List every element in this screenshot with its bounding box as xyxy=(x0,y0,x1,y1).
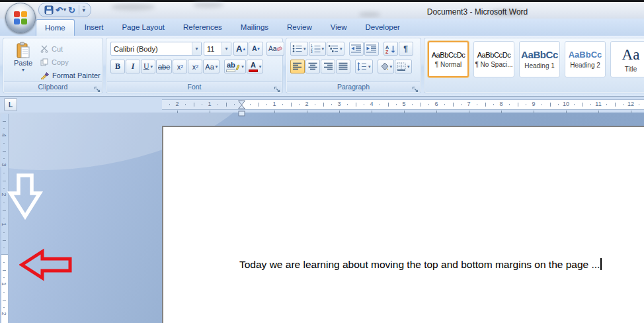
font-size-value: 11 xyxy=(204,45,221,53)
underline-button[interactable]: U▾ xyxy=(141,60,155,73)
ruler-tick xyxy=(396,104,397,105)
clear-formatting-button[interactable]: Aa xyxy=(266,42,284,56)
ruler-tick xyxy=(250,104,251,105)
style-heading-2[interactable]: AaBbCcHeading 2 xyxy=(565,41,606,77)
highlight-button[interactable]: ab ▾ xyxy=(224,60,246,73)
align-center-icon xyxy=(308,62,317,71)
justify-icon xyxy=(339,62,348,71)
align-right-button[interactable] xyxy=(321,60,335,73)
sort-button[interactable]: AZ xyxy=(383,42,398,56)
style-preview: AaBbCc xyxy=(569,50,602,60)
ruler-tick xyxy=(444,104,445,105)
align-left-button[interactable] xyxy=(290,60,305,73)
ruler-tick xyxy=(177,111,178,113)
decrease-indent-button[interactable] xyxy=(349,42,364,56)
ruler-tick xyxy=(461,104,462,105)
italic-button[interactable]: I xyxy=(126,60,140,73)
tab-references[interactable]: References xyxy=(175,19,231,36)
ruler-tick xyxy=(3,262,5,263)
bullets-button[interactable]: ▾ xyxy=(290,42,308,56)
redo-button[interactable]: ↻ xyxy=(68,6,75,15)
chevron-down-icon: ▾ xyxy=(241,64,244,69)
chevron-down-icon[interactable]: ▾ xyxy=(221,42,231,55)
strikethrough-button[interactable]: abe xyxy=(156,60,172,73)
ruler-number: 4 xyxy=(366,101,377,107)
ruler-tick xyxy=(3,218,5,218)
copy-button[interactable]: Copy xyxy=(40,56,101,68)
ruler-number: 6 xyxy=(431,101,442,107)
ruler-tick xyxy=(3,240,6,241)
increase-indent-button[interactable] xyxy=(364,42,379,56)
style-preview: AaBbCcDc xyxy=(432,51,465,59)
horizontal-ruler[interactable]: 21123456789101112 xyxy=(162,99,644,110)
ruler-number: 1 xyxy=(1,220,7,228)
undo-button[interactable]: ↶▾ xyxy=(56,6,66,15)
subscript-button[interactable]: x2 xyxy=(173,60,187,73)
chevron-down-icon: ▾ xyxy=(340,46,342,52)
ruler-tick xyxy=(3,277,5,278)
align-center-button[interactable] xyxy=(305,60,320,73)
tab-page-layout[interactable]: Page Layout xyxy=(113,19,173,36)
shading-button[interactable]: ▾ xyxy=(378,60,395,73)
office-button[interactable] xyxy=(5,3,36,33)
clipboard-icon xyxy=(16,42,30,59)
grow-font-button[interactable]: A▴ xyxy=(233,42,248,56)
ruler-tick xyxy=(639,104,639,105)
multilevel-list-icon xyxy=(329,44,339,53)
ruler-number: 12 xyxy=(625,101,636,107)
svg-text:3: 3 xyxy=(311,50,313,53)
style-no-spaci[interactable]: AaBbCcDc¶ No Spaci... xyxy=(473,41,514,77)
font-name-select[interactable]: Calibri (Body) ▾ xyxy=(110,42,202,56)
ruler-tick xyxy=(404,111,405,113)
numbering-button[interactable]: 123 ▾ xyxy=(309,42,327,56)
paste-button[interactable]: Paste ▾ xyxy=(7,42,39,84)
save-button[interactable] xyxy=(44,5,54,15)
clipboard-dialog-launcher[interactable] xyxy=(94,84,101,91)
line-spacing-button[interactable]: ▾ xyxy=(355,60,373,73)
borders-button[interactable]: ▾ xyxy=(395,60,412,73)
ruler-number: 1 xyxy=(204,101,215,107)
save-icon xyxy=(44,5,54,15)
tab-view[interactable]: View xyxy=(322,19,356,36)
ruler-tick xyxy=(259,103,259,107)
font-dialog-launcher[interactable] xyxy=(274,84,281,91)
multilevel-list-button[interactable]: ▾ xyxy=(327,42,344,56)
ruler-tick xyxy=(526,104,526,105)
font-row-1: Calibri (Body) ▾ 11 ▾ A▴ A▾ Aa xyxy=(110,42,285,56)
document-text[interactable]: Today we are learning about moving the t… xyxy=(239,258,602,271)
font-color-button[interactable]: A ▾ xyxy=(247,60,264,73)
tab-insert[interactable]: Insert xyxy=(76,19,112,36)
ruler-number: 4 xyxy=(1,131,7,139)
ruler-number: 8 xyxy=(496,101,506,107)
ruler-tick xyxy=(282,104,283,105)
tab-home[interactable]: Home xyxy=(36,19,75,36)
tab-selector-button[interactable]: L xyxy=(4,98,17,111)
ruler-tick xyxy=(509,104,510,105)
document-page[interactable] xyxy=(162,126,644,323)
shrink-font-button[interactable]: A▾ xyxy=(249,42,263,56)
style-heading-1[interactable]: AaBbCcHeading 1 xyxy=(519,41,560,77)
paragraph-dialog-launcher[interactable] xyxy=(412,84,419,91)
chevron-down-icon[interactable]: ▾ xyxy=(192,42,201,55)
bold-button[interactable]: B xyxy=(110,60,125,73)
tab-developer[interactable]: Developer xyxy=(356,19,408,36)
change-case-button[interactable]: Aa▾ xyxy=(203,60,220,73)
style-title[interactable]: AaTitle xyxy=(610,41,644,77)
style-normal[interactable]: AaBbCcDc¶ Normal xyxy=(428,41,469,77)
ruler-tick xyxy=(558,104,559,105)
font-size-select[interactable]: 11 ▾ xyxy=(204,42,231,56)
justify-button[interactable] xyxy=(336,60,350,73)
paragraph-row-1: ▾ 123 ▾ ▾ AZ xyxy=(290,42,414,56)
style-preview: AaBbCcDc xyxy=(477,51,511,59)
tab-review[interactable]: Review xyxy=(278,19,321,36)
ruler-tick xyxy=(347,104,348,105)
ruler-tick xyxy=(428,104,429,105)
indent-marker[interactable] xyxy=(237,100,246,117)
ruler-tick xyxy=(388,103,389,107)
superscript-button[interactable]: x2 xyxy=(188,60,202,73)
tab-mailings[interactable]: Mailings xyxy=(232,19,277,36)
cut-button[interactable]: Cut xyxy=(40,42,101,55)
show-hide-paragraph-button[interactable]: ¶ xyxy=(399,42,413,56)
qat-customize-button[interactable]: ▾ xyxy=(83,7,85,13)
format-painter-button[interactable]: Format Painter xyxy=(40,69,101,81)
